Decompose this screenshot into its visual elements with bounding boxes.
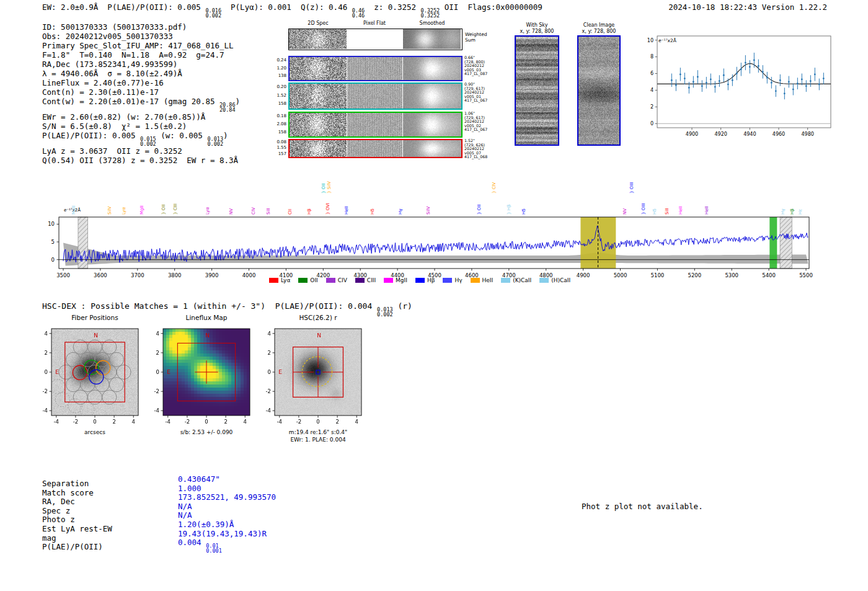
text-run: 0.004 (178, 538, 206, 547)
hsc-cutout-panel: -4-4-2-2002244NE (251, 324, 375, 435)
full-spectrum-plot: 3500360037003800390040004100420043004400… (35, 166, 841, 285)
match-row-label: P(LAE)/P(OII) (42, 543, 112, 552)
axis-value: 1.52 (272, 92, 286, 100)
spec2d-row-info: 0.90"(729, 617)20240212v005_01417_LL_067 (464, 82, 487, 103)
text-run: S/N = 6.5(±0.8) χ² = 1.5(±0.2) (42, 122, 187, 131)
fiber-positions-panel: -4-4-2-2002244NE (28, 324, 152, 435)
data-point (727, 84, 729, 86)
tick-label: 10 (48, 221, 55, 227)
text-run: Cont(n) = 2.30(±0.11)e-17 (42, 87, 159, 97)
fiber-circle (87, 365, 102, 379)
match-row-label: Est LyA rest-EW (42, 525, 112, 534)
hsc-caption-plae: EWr: 1. PLAE: 0.004 (262, 437, 374, 443)
tick-label: 4 (268, 331, 271, 337)
tick-label: 5100 (651, 272, 665, 278)
tick-label: 2 (268, 350, 271, 356)
tick-label: 2 (335, 419, 339, 425)
emission-line-label: Hε (798, 209, 803, 215)
tick-label: -4 (166, 419, 170, 425)
data-point (766, 77, 768, 79)
emission-line-label: CII (288, 209, 293, 215)
emission-line-label: } OII (477, 205, 482, 215)
emission-line-label: MgII (71, 205, 76, 215)
emission-line-label: } OIII (641, 203, 646, 215)
tick-label: N (317, 332, 321, 339)
match-row-label: RA, Dec (42, 497, 112, 507)
data-point (719, 80, 720, 82)
selected-fiber-circle (84, 360, 99, 375)
data-point (797, 82, 799, 84)
tick-label: 2 (45, 350, 48, 356)
tick-label: -2 (266, 388, 271, 394)
fiber-circle (117, 365, 131, 379)
tick-label: -4 (43, 407, 48, 414)
match-row-value: 0.004 0.010.001 (178, 538, 276, 553)
text-run: ID: 5001370333 (5001370333.pdf) (42, 22, 187, 32)
tick-label: 4300 (353, 272, 367, 278)
match-row-label: Photo z (42, 515, 112, 525)
match-row-value: 1.20(±0.39)Å (178, 520, 276, 530)
emission-line-label: Hβ (307, 208, 312, 215)
tick-label: 0 (268, 369, 271, 375)
error-band (63, 243, 808, 266)
tick-label: e⁻¹⁷x2Å (658, 38, 677, 43)
fraction-bottom: 0.002 (140, 141, 156, 146)
spec2d-row-pixelflat-image (347, 57, 402, 80)
tick-label: 4600 (465, 272, 479, 278)
spec2d-weighted-box (288, 29, 463, 50)
spec2d-row-2d-image (290, 84, 347, 109)
tick-label: E (55, 369, 59, 375)
data-point (775, 90, 777, 92)
spec2d-col-title-smoothed: Smoothed (403, 20, 461, 26)
clean-image (578, 37, 619, 144)
tick-label: 4 (132, 419, 135, 425)
aperture-ellipse (302, 357, 332, 386)
data-point (697, 76, 699, 78)
tick-label: 2 (156, 350, 159, 356)
match-row-value: 0.430647" (178, 475, 276, 484)
spec2d-row-axis-values: 0.081.55157 (272, 140, 286, 157)
tick-label: 3500 (56, 272, 70, 278)
tick-label: 4200 (316, 272, 330, 278)
tick-label: -4 (54, 419, 59, 425)
emission-line-label: } SiIV (327, 181, 332, 193)
spec2d-row-pixelflat-image (347, 84, 402, 109)
fiber-circle-outside (55, 393, 69, 407)
hsc-cutout-title: HSC(26.2) r (275, 314, 361, 321)
tick-label: 4 (156, 331, 159, 337)
tick-label: 4800 (539, 272, 553, 278)
tick-label: 4 (650, 87, 653, 93)
spec2d-row-2d-image (290, 57, 347, 80)
fiber-circle (66, 352, 80, 367)
data-point (810, 80, 812, 82)
text-run: z: 0.3252 (365, 2, 420, 12)
data-point (814, 73, 816, 75)
match-row-value: 19.43(19.43,19.43)R (178, 530, 276, 539)
emission-line-label: SiII (266, 208, 271, 215)
tick-label: 4 (355, 419, 358, 425)
text-run: ) (236, 97, 241, 106)
tick-label: 3600 (94, 272, 107, 278)
data-point (701, 85, 703, 87)
spec2d-row-info: 0.66"(728, 800)20240212v005_03417_LL_087 (464, 56, 487, 76)
ifu-extent-box (65, 342, 125, 402)
text-run: F=1.8" T=0.140 N=1.18 A=0.92 g=24.7 (42, 50, 224, 60)
tick-label: -4 (277, 419, 282, 425)
data-point (736, 73, 738, 74)
match-row-label: mag (42, 534, 112, 543)
tick-label: -2 (185, 419, 190, 425)
spec2d-weighted-smoothed-image (403, 29, 461, 49)
tick-label: 3900 (205, 272, 219, 278)
tick-label: 3800 (168, 272, 182, 278)
info-line: F=1.8" T=0.140 N=1.18 A=0.92 g=24.7 (42, 50, 240, 60)
header-timestamp: 2024-10-18 18:22:43 Version 1.22.2 (668, 2, 827, 12)
info-value: 417_LL_068 (464, 155, 487, 159)
data-point (740, 68, 742, 70)
emission-line-label: Hγ (781, 209, 786, 215)
spec2d-col-title-pixelflat: Pixel Flat (346, 20, 403, 26)
with-sky-coords: x, y: 728, 800 (508, 29, 565, 34)
data-point (753, 60, 755, 61)
with-sky-panel (515, 35, 559, 146)
spec2d-fiber-row (288, 82, 463, 110)
info-block: ID: 5001370333 (5001370333.pdf)Obs: 2024… (42, 22, 240, 165)
